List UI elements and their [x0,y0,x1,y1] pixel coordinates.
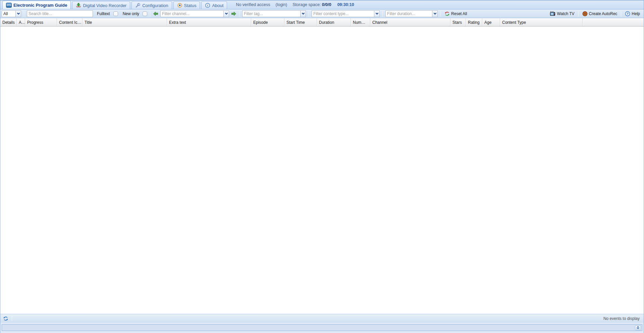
tab-about[interactable]: i About [201,1,227,9]
filter-channel-chevron-down-icon[interactable] [223,10,229,17]
epg-toolbar: All Fulltext New only [0,9,644,18]
statusbar-separator [12,316,12,321]
new-only-checkbox[interactable] [143,11,147,16]
tab-epg[interactable]: EPG Electronic Program Guide [2,1,71,9]
toolbar-separator [621,11,621,16]
mode-select-chevron-down-icon[interactable] [15,10,21,17]
watch-tv-button[interactable]: Watch TV [549,10,576,17]
filter-content-type-input[interactable] [312,11,374,17]
epg-icon: EPG [6,3,12,8]
refresh-button[interactable] [2,315,9,322]
epg-grid-body [0,26,644,314]
tab-status-label: Status [184,3,197,8]
toolbar-separator [382,11,383,16]
grid-statusbar: No events to display [0,314,644,323]
toolbar-separator [309,11,309,16]
create-autorec-label: Create AutoRec [589,11,618,16]
tvheadend-app: EPG Electronic Program Guide Digital Vid… [0,0,644,333]
column-header-episode[interactable]: Episode [251,18,284,26]
filter-tag-chevron-down-icon[interactable] [300,10,306,17]
fulltext-checkbox[interactable] [113,11,118,16]
filter-duration-input[interactable] [386,11,432,17]
storage-space-value: 0/0/0 [322,2,331,7]
epg-grid-header: Details A… Progress Content Ic… Title Ex… [0,18,644,26]
reset-refresh-icon [444,11,450,16]
column-header-content-icon[interactable]: Content Ic… [57,18,83,26]
tab-epg-label: Electronic Program Guide [13,3,67,8]
refresh-icon [3,316,8,321]
reset-all-label: Reset All [451,11,467,16]
next-channel-arrow-right-icon[interactable] [231,11,236,16]
clock: 09:30:10 [337,2,354,7]
mode-select[interactable]: All [2,10,21,17]
toolbar-separator [239,11,239,16]
expand-panel-button[interactable] [635,325,641,330]
tv-icon [550,11,556,16]
prev-channel-arrow-left-icon[interactable] [153,11,158,16]
column-header-channel[interactable]: Channel [370,18,450,26]
south-region [0,323,644,333]
collapsed-panel-bar [2,324,642,331]
column-header-duration[interactable]: Duration [317,18,351,26]
watch-tv-label: Watch TV [557,11,575,16]
filter-duration-chevron-down-icon[interactable] [432,10,438,17]
create-autorec-button[interactable]: Create AutoRec [581,10,619,17]
column-header-rating[interactable]: Rating [466,18,482,26]
column-header-progress[interactable]: Progress [25,18,57,26]
filter-duration-combo[interactable] [385,10,438,17]
login-link[interactable]: (login) [276,2,287,7]
column-header-filler [583,18,644,26]
search-title-input[interactable] [27,11,93,17]
toolbar-separator [578,11,579,16]
info-icon: i [205,3,210,8]
storage-space-label: Storage space: [292,2,321,7]
chevron-double-up-icon [636,326,640,330]
filter-tag-input[interactable] [243,11,300,17]
main-tabbar: EPG Electronic Program Guide Digital Vid… [0,0,644,9]
tab-status[interactable]: Status [173,1,200,9]
help-icon: ? [625,11,630,16]
column-header-extra-text[interactable]: Extra text [167,18,251,26]
column-header-title[interactable]: Title [83,18,167,26]
mode-select-value: All [3,11,8,16]
column-header-content-type[interactable]: Content Type [500,18,583,26]
tab-dvr-label: Digital Video Recorder [83,3,126,8]
filter-content-type-chevron-down-icon[interactable] [374,10,380,17]
new-only-label: New only [123,11,139,16]
filter-channel-input[interactable] [161,11,223,17]
column-header-age[interactable]: Age [482,18,500,26]
column-header-details[interactable]: Details [0,18,17,26]
svg-text:?: ? [627,12,629,15]
column-header-start-time[interactable]: Start Time [284,18,317,26]
access-status-text: No verified access [236,2,270,7]
tab-configuration[interactable]: Configuration [131,1,172,9]
reset-all-button[interactable]: Reset All [443,10,468,17]
fulltext-label: Fulltext [97,11,110,16]
empty-grid-message: No events to display [603,316,642,321]
storage-space: Storage space: 0/0/0 [292,2,331,7]
filter-channel-combo[interactable] [160,10,229,17]
filter-content-type-combo[interactable] [312,10,380,17]
toolbar-separator [440,11,441,16]
column-header-a[interactable]: A… [17,18,25,26]
column-header-number[interactable]: Num… [351,18,370,26]
help-label: Help [632,11,640,16]
autorec-target-icon [582,11,588,16]
toolbar-separator [24,11,24,16]
help-button[interactable]: ? Help [624,10,641,17]
toolbar-right-group: Watch TV Create AutoRec ? [549,10,642,17]
wrench-icon [135,3,141,8]
filter-tag-combo[interactable] [242,10,306,17]
column-header-stars[interactable]: Stars [450,18,466,26]
toolbar-separator [150,11,150,16]
eye-icon [177,3,182,8]
tab-dvr[interactable]: Digital Video Recorder [72,1,130,9]
dvr-icon [76,3,81,8]
tab-configuration-label: Configuration [142,3,168,8]
tab-about-label: About [212,3,223,8]
search-title-field [27,10,93,17]
